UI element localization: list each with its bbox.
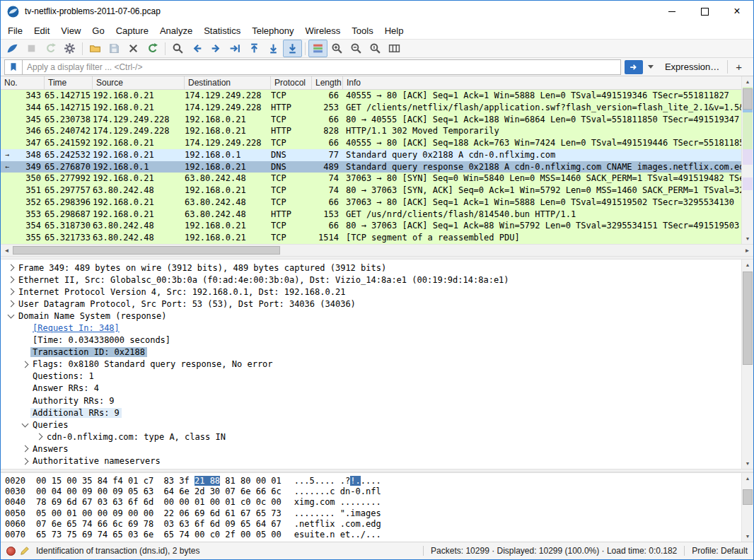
details-vscrollbar[interactable]: ▲ ▼ — [741, 259, 753, 469]
detail-line[interactable]: Transaction ID: 0x2188 — [1, 346, 753, 358]
column-header-protocol[interactable]: Protocol — [271, 76, 312, 89]
hex-row[interactable]: 007065 73 75 69 74 65 03 6e 65 74 00 c0 … — [1, 530, 753, 540]
collapse-arrow-icon[interactable] — [5, 315, 16, 317]
column-header-source[interactable]: Source — [93, 76, 185, 89]
packet-row[interactable]: 34465.142715192.168.0.21174.129.249.228H… — [1, 102, 741, 114]
colorize-button[interactable] — [308, 40, 327, 57]
detail-line[interactable]: Domain Name System (response) — [1, 310, 753, 322]
add-filter-button[interactable]: + — [727, 60, 750, 74]
minimize-button[interactable] — [656, 1, 688, 22]
hex-row[interactable]: 006007 6e 65 74 66 6c 69 78 03 63 6f 6d … — [1, 519, 753, 530]
maximize-button[interactable] — [688, 1, 721, 22]
packet-row[interactable]: →34865.242532192.168.0.21192.168.0.1DNS7… — [1, 149, 741, 161]
scroll-right-arrow[interactable]: ► — [741, 245, 753, 256]
go-forward-button[interactable] — [207, 40, 226, 57]
expert-info-button[interactable] — [6, 547, 16, 556]
detail-line[interactable]: [Time: 0.034338000 seconds] — [1, 334, 753, 346]
packet-row[interactable]: 35565.32173363.80.242.48192.168.0.21TCP1… — [1, 232, 741, 244]
menu-wireless[interactable]: Wireless — [299, 23, 346, 38]
detail-line[interactable]: User Datagram Protocol, Src Port: 53 (53… — [1, 298, 753, 310]
hex-row[interactable]: 002000 15 00 35 84 f4 01 c7 83 3f 21 88 … — [1, 476, 753, 486]
expand-arrow-icon[interactable] — [19, 459, 30, 464]
go-to-packet-button[interactable] — [226, 40, 245, 57]
scroll-track[interactable] — [742, 484, 753, 531]
column-header-time[interactable]: Time — [45, 76, 93, 89]
zoom-original-button[interactable] — [366, 40, 385, 57]
column-header-info[interactable]: Info — [343, 76, 741, 89]
scroll-thumb[interactable] — [13, 246, 280, 255]
expression-button[interactable]: Expression… — [659, 62, 726, 72]
packet-row[interactable]: 34565.230738174.129.249.228192.168.0.21T… — [1, 114, 741, 126]
filter-dropdown-caret[interactable] — [648, 65, 654, 69]
column-header-no[interactable]: No. — [1, 76, 45, 89]
menu-file[interactable]: File — [2, 23, 28, 38]
apply-filter-button[interactable] — [625, 60, 643, 74]
scroll-left-arrow[interactable]: ◄ — [1, 245, 13, 256]
detail-line[interactable]: Answer RRs: 4 — [1, 383, 753, 395]
scroll-track[interactable] — [742, 87, 753, 233]
collapse-arrow-icon[interactable] — [19, 424, 30, 426]
go-last-button[interactable] — [264, 40, 283, 57]
expand-arrow-icon[interactable] — [5, 289, 16, 294]
menu-statistics[interactable]: Statistics — [198, 23, 246, 38]
column-header-destination[interactable]: Destination — [185, 76, 271, 89]
filter-bookmark-button[interactable] — [4, 59, 23, 75]
packet-row[interactable]: 34365.142715192.168.0.21174.129.249.228T… — [1, 90, 741, 102]
menu-go[interactable]: Go — [86, 23, 110, 38]
detail-line[interactable]: Authority RRs: 9 — [1, 395, 753, 407]
packet-row[interactable]: 35365.298687192.168.0.2163.80.242.48HTTP… — [1, 209, 741, 221]
scroll-down-arrow[interactable]: ▼ — [742, 531, 753, 542]
packet-row[interactable]: 34665.240742174.129.249.228192.168.0.21H… — [1, 125, 741, 137]
menu-help[interactable]: Help — [379, 23, 410, 38]
detail-line[interactable]: [Request In: 348] — [1, 322, 753, 334]
packet-row[interactable]: 34765.241592192.168.0.21174.129.249.228T… — [1, 137, 741, 149]
menu-telephony[interactable]: Telephony — [246, 23, 299, 38]
detail-line[interactable]: Answers — [1, 443, 753, 455]
expand-arrow-icon[interactable] — [19, 446, 30, 451]
menu-edit[interactable]: Edit — [28, 23, 55, 38]
expand-arrow-icon[interactable] — [33, 434, 45, 439]
hex-row[interactable]: 003000 04 00 09 00 09 05 63 64 6e 2d 30 … — [1, 486, 753, 497]
packet-row[interactable]: 35265.298396192.168.0.2163.80.242.48TCP6… — [1, 197, 741, 209]
expand-arrow-icon[interactable] — [5, 277, 16, 282]
packet-row[interactable]: 35165.29775763.80.242.48192.168.0.21TCP7… — [1, 185, 741, 197]
packet-list-vscrollbar[interactable]: ▲ ▼ — [741, 76, 753, 244]
display-filter-input[interactable] — [23, 59, 621, 75]
scroll-up-arrow[interactable]: ▲ — [742, 259, 753, 270]
go-back-button[interactable] — [187, 40, 207, 57]
scroll-down-arrow[interactable]: ▼ — [742, 458, 753, 469]
packet-list-hscrollbar[interactable]: ◄ ► — [1, 244, 753, 256]
hex-row[interactable]: 004078 69 6d 67 03 63 6f 6d 00 00 01 00 … — [1, 497, 753, 508]
expand-arrow-icon[interactable] — [5, 265, 16, 270]
menu-analyze[interactable]: Analyze — [154, 23, 198, 38]
detail-line[interactable]: Queries — [1, 419, 753, 431]
hex-row[interactable]: 005005 00 01 00 00 09 00 00 22 06 69 6d … — [1, 508, 753, 519]
detail-line[interactable]: cdn-0.nflximg.com: type A, class IN — [1, 431, 753, 443]
scroll-up-arrow[interactable]: ▲ — [742, 473, 753, 484]
auto-scroll-button[interactable] — [283, 40, 302, 57]
file-close-button[interactable] — [124, 40, 143, 57]
file-open-button[interactable] — [86, 40, 105, 57]
scroll-thumb[interactable] — [743, 489, 753, 505]
close-button[interactable]: × — [721, 1, 753, 22]
detail-line[interactable]: Ethernet II, Src: Globalsc_00:3b:0a (f0:… — [1, 274, 753, 286]
scroll-track[interactable] — [742, 270, 753, 458]
scroll-thumb[interactable] — [743, 272, 753, 365]
capture-stop-button[interactable] — [22, 40, 41, 57]
menu-tools[interactable]: Tools — [346, 23, 378, 38]
packet-row[interactable]: 35065.277992192.168.0.2163.80.242.48TCP7… — [1, 173, 741, 185]
scroll-up-arrow[interactable]: ▲ — [742, 76, 753, 87]
file-save-button[interactable] — [105, 40, 124, 57]
menu-capture[interactable]: Capture — [110, 23, 154, 38]
expand-arrow-icon[interactable] — [19, 362, 30, 367]
packet-row[interactable]: 35465.31873063.80.242.48192.168.0.21TCP6… — [1, 220, 741, 232]
detail-line[interactable]: Questions: 1 — [1, 371, 753, 383]
detail-line[interactable]: Internet Protocol Version 4, Src: 192.16… — [1, 286, 753, 298]
expand-arrow-icon[interactable] — [5, 301, 16, 306]
zoom-out-button[interactable] — [347, 40, 366, 57]
reload-button[interactable] — [143, 40, 162, 57]
go-first-button[interactable] — [245, 40, 264, 57]
detail-line[interactable]: Flags: 0x8180 Standard query response, N… — [1, 358, 753, 371]
detail-line[interactable]: Frame 349: 489 bytes on wire (3912 bits)… — [1, 262, 753, 274]
scroll-down-arrow[interactable]: ▼ — [742, 233, 753, 244]
